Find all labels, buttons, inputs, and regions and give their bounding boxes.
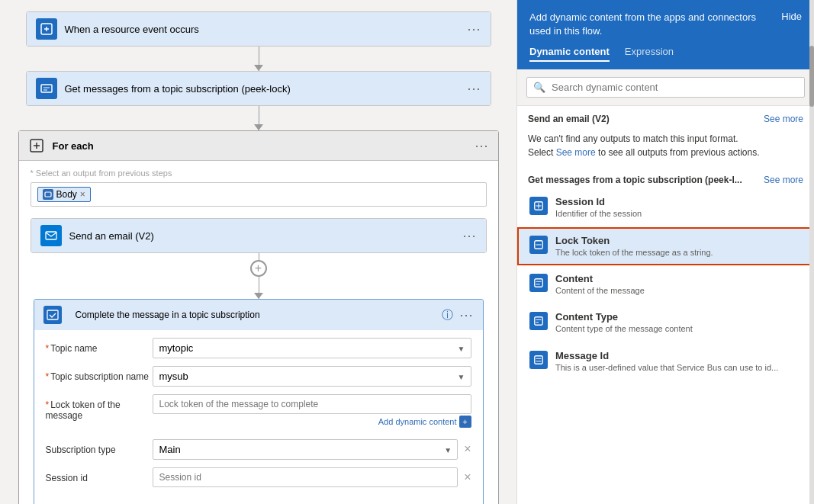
svg-rect-1: [41, 85, 52, 92]
delete-session-id[interactable]: ×: [464, 467, 471, 484]
select-subscription-type[interactable]: Main: [153, 439, 458, 460]
svg-rect-9: [535, 317, 543, 326]
svg-rect-5: [47, 310, 58, 319]
control-subscription-name: mysub ▼: [153, 366, 471, 387]
panel-header-top: Add dynamic content from the apps and co…: [529, 11, 802, 38]
body-tag-close[interactable]: ×: [80, 189, 85, 200]
select-output-label: * Select an output from previous steps: [31, 169, 487, 178]
complete-step-header: Complete the message in a topic subscrip…: [34, 300, 483, 330]
info-icon[interactable]: ⓘ: [442, 308, 453, 323]
for-each-header: For each ···: [19, 131, 498, 161]
tag-icon: [43, 189, 53, 200]
form-row-subscription-type: Subscription type Main ▼ ×: [46, 439, 471, 460]
body-tag-label: Body: [56, 189, 77, 200]
lock-token-item[interactable]: Lock Token The lock token of the message…: [517, 227, 814, 265]
step-get-messages-header: Get messages from a topic subscription (…: [27, 72, 491, 105]
arrow-1: [254, 65, 263, 71]
content-type-name: Content Type: [555, 311, 802, 323]
content-name: Content: [555, 273, 802, 284]
session-id-text: Session Id Identifier of the session: [555, 196, 802, 219]
complete-step-title: Complete the message in a topic subscrip…: [76, 310, 442, 320]
session-id-desc: Identifier of the session: [555, 208, 802, 219]
step-get-messages-menu[interactable]: ···: [467, 81, 481, 97]
step-get-messages-icon: [36, 78, 57, 99]
label-subscription-type: Subscription type: [46, 439, 153, 455]
label-lock-token: *Lock token of the message: [46, 394, 153, 421]
step-send-email: Send an email (V2) ···: [31, 218, 487, 253]
for-each-title: For each: [53, 140, 475, 152]
message-id-item[interactable]: Message Id This is a user-defined value …: [517, 342, 814, 380]
see-more-link[interactable]: See more: [556, 147, 596, 158]
message-id-desc: This is a user-defined value that Servic…: [555, 362, 802, 373]
step-get-messages: Get messages from a topic subscription (…: [26, 71, 491, 106]
complete-step-form: *Topic name mytopic ▼: [34, 330, 483, 502]
session-id-item[interactable]: Session Id Identifier of the session: [517, 188, 814, 226]
delete-subscription-type[interactable]: ×: [464, 439, 471, 456]
control-lock-token: Add dynamic content +: [153, 394, 471, 414]
content-desc: Content of the message: [555, 285, 802, 296]
select-topic-name[interactable]: mytopic: [153, 338, 471, 358]
content-icon: [529, 274, 548, 292]
tab-expression[interactable]: Expression: [625, 46, 674, 62]
arrow-3: [254, 293, 263, 299]
panel-content: Send an email (V2) See more We can't fin…: [517, 106, 814, 504]
message-id-name: Message Id: [555, 350, 802, 361]
hide-link[interactable]: Hide: [781, 11, 802, 22]
send-email-section-label: Send an email (V2): [528, 114, 610, 124]
connector-plus: +: [31, 253, 487, 284]
add-dynamic-content-link[interactable]: Add dynamic content +: [378, 416, 471, 428]
lock-token-input[interactable]: [153, 394, 471, 414]
label-subscription-name: *Topic subscription name: [46, 366, 153, 382]
get-messages-section-label: Get messages from a topic subscription (…: [528, 175, 742, 185]
send-email-see-more[interactable]: See more: [764, 114, 803, 124]
get-messages-see-more[interactable]: See more: [764, 175, 803, 185]
content-type-item[interactable]: Content Type Content type of the message…: [517, 303, 814, 342]
svg-rect-10: [535, 355, 543, 364]
panel-search: 🔍: [517, 69, 814, 106]
panel-header-text: Add dynamic content from the apps and co…: [529, 11, 766, 38]
arrow-2: [254, 124, 263, 130]
content-text: Content Content of the message: [555, 273, 802, 296]
step-resource-event-menu[interactable]: ···: [467, 21, 481, 37]
svg-rect-3: [45, 192, 51, 197]
complete-step-menu[interactable]: ···: [459, 307, 473, 323]
panel-tabs: Dynamic content Expression: [529, 46, 802, 62]
for-each-icon: [28, 137, 45, 154]
step-send-email-header: Send an email (V2) ···: [31, 219, 486, 252]
session-id-icon: [529, 197, 548, 215]
panel-header: Add dynamic content from the apps and co…: [517, 0, 814, 69]
tab-dynamic-content[interactable]: Dynamic content: [529, 46, 610, 62]
content-type-text: Content Type Content type of the message…: [555, 311, 802, 334]
get-messages-section-header: Get messages from a topic subscription (…: [517, 167, 814, 188]
step-resource-event: When a resource event occurs ···: [26, 11, 491, 47]
message-id-icon: [529, 351, 548, 369]
for-each-container: For each ··· * Select an output from pre…: [18, 130, 499, 504]
message-id-text: Message Id This is a user-defined value …: [555, 350, 802, 373]
for-each-menu[interactable]: ···: [475, 138, 488, 154]
plus-button[interactable]: +: [250, 260, 267, 277]
connector-3: [31, 284, 487, 299]
form-row-topic-name: *Topic name mytopic ▼: [46, 338, 471, 358]
select-subscription-name[interactable]: mysub: [153, 366, 471, 387]
form-row-lock-token: *Lock token of the message Add dynamic c…: [46, 394, 471, 421]
step-resource-event-title: When a resource event occurs: [65, 24, 468, 35]
search-input[interactable]: [552, 82, 798, 93]
lock-token-text: Lock Token The lock token of the message…: [555, 235, 802, 258]
step-resource-event-header: When a resource event occurs ···: [27, 12, 491, 46]
body-tag: Body ×: [37, 187, 91, 202]
complete-step-icon: [43, 306, 62, 324]
body-tag-input[interactable]: Body ×: [31, 182, 487, 207]
lock-token-icon: [529, 236, 548, 254]
complete-step: Complete the message in a topic subscrip…: [34, 299, 484, 504]
search-box: 🔍: [526, 77, 805, 98]
label-topic-name: *Topic name: [46, 338, 153, 354]
step-resource-event-icon: [36, 18, 57, 40]
inner-steps: Send an email (V2) ··· + Complete the me…: [19, 214, 498, 504]
add-dynamic-icon: +: [459, 416, 471, 428]
session-id-input[interactable]: [153, 467, 458, 487]
lock-token-input-wrapper: Add dynamic content +: [153, 394, 471, 414]
step-send-email-menu[interactable]: ···: [462, 228, 476, 244]
scrollbar-thumb[interactable]: [809, 46, 814, 107]
content-item[interactable]: Content Content of the message: [517, 265, 814, 303]
step-send-email-title: Send an email (V2): [69, 230, 463, 242]
